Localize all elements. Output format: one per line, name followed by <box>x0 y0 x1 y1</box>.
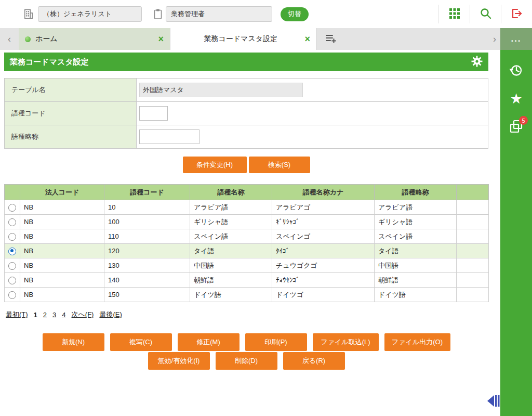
blank-cell <box>457 200 489 215</box>
row-radio[interactable] <box>8 277 16 284</box>
pagination-next[interactable]: 次へ(F) <box>72 310 94 319</box>
row-radio[interactable] <box>8 291 16 299</box>
action-buttons-row2: 無効/有効化(I) 削除(D) 戻る(R) <box>4 352 488 370</box>
enable-disable-button[interactable]: 無効/有効化(I) <box>148 352 210 370</box>
page-title: 業務コードマスタ設定 <box>10 57 89 67</box>
switch-button[interactable]: 切替 <box>281 7 309 21</box>
column-header: 語種コード <box>104 185 190 200</box>
language-code-input[interactable] <box>139 106 168 121</box>
file-import-button[interactable]: ファイル取込(L) <box>313 333 379 351</box>
table-header-row: 法人コード 語種コード 語種名称 語種名称カナ 語種略称 <box>5 185 489 200</box>
page-title-bar: 業務コードマスタ設定 <box>4 53 488 71</box>
tab-home-label: ホーム <box>35 34 58 44</box>
tab-active-label: 業務コードマスタ設定 <box>177 34 304 44</box>
topbar: 切替 <box>0 0 532 28</box>
row-radio[interactable] <box>8 204 16 212</box>
pagination-page-4[interactable]: 4 <box>62 311 65 319</box>
home-tab-icon <box>25 36 31 42</box>
new-tab-icon <box>325 33 337 45</box>
blank-cell <box>457 229 489 244</box>
blank-cell <box>457 273 489 288</box>
close-active-tab-icon[interactable]: × <box>304 34 310 44</box>
history-button[interactable] <box>500 59 532 83</box>
action-buttons-row1: 新規(N) 複写(C) 修正(M) 印刷(P) ファイル取込(L) ファイル出力… <box>4 333 488 351</box>
clipboard-icon <box>153 8 163 20</box>
pagination-page-2[interactable]: 2 <box>43 311 47 319</box>
radio-column-header <box>5 185 20 200</box>
history-icon <box>508 62 525 80</box>
modify-button[interactable]: 修正(M) <box>178 333 240 351</box>
blank-cell <box>457 288 489 302</box>
table-name-label: テーブル名 <box>5 79 137 102</box>
language-abbr-cell <box>137 125 488 149</box>
results-table: 法人コード 語種コード 語種名称 語種名称カナ 語種略称 NB 10 アラビア語… <box>4 184 489 302</box>
table-row[interactable]: NB 150 ドイツ語 ドイツゴ ドイツ語 <box>5 288 489 302</box>
main-content: 業務コードマスタ設定 テーブル名 <box>0 50 500 416</box>
gear-icon <box>471 56 483 69</box>
language-code-label: 語種コード <box>5 102 137 125</box>
back-button[interactable]: 戻る(R) <box>283 352 345 370</box>
row-radio-selected[interactable] <box>8 248 16 255</box>
column-header: 語種名称カナ <box>272 185 375 200</box>
blank-cell <box>457 244 489 258</box>
more-button[interactable]: ... <box>500 28 532 50</box>
search-button[interactable] <box>470 0 501 28</box>
search-exec-button[interactable]: 検索(S) <box>249 157 310 173</box>
search-icon <box>480 7 492 21</box>
tab-scroll-left-button[interactable]: ‹ <box>0 28 19 50</box>
search-condition-form: テーブル名 語種コード 語種略称 <box>4 78 488 149</box>
pagination-last[interactable]: 最後(E) <box>99 310 122 319</box>
table-row[interactable]: NB 130 中国語 チュウゴクゴ 中国語 <box>5 258 489 273</box>
close-home-tab-icon[interactable]: × <box>158 34 164 44</box>
table-name-input <box>139 83 303 97</box>
logout-button[interactable] <box>501 0 532 28</box>
change-condition-button[interactable]: 条件変更(H) <box>183 157 247 173</box>
tab-business-code-master[interactable]: 業務コードマスタ設定 × <box>170 28 317 50</box>
column-header: 法人コード <box>20 185 104 200</box>
blank-cell <box>457 258 489 273</box>
new-button[interactable]: 新規(N) <box>43 333 104 351</box>
settings-gear-button[interactable] <box>471 56 483 69</box>
pagination-page-1-current: 1 <box>34 311 37 319</box>
row-radio[interactable] <box>8 262 16 270</box>
apps-grid-icon <box>449 8 460 21</box>
table-row[interactable]: NB 100 ギリシャ語 ｷﾞﾘｼｬｺﾞ ギリシャ語 <box>5 215 489 229</box>
building-icon <box>23 8 34 20</box>
role-input[interactable] <box>166 6 272 22</box>
company-input[interactable] <box>38 6 142 22</box>
sidebar: ... ★ 5 <box>500 28 532 416</box>
app-screen: 切替 <box>0 0 532 416</box>
table-row[interactable]: NB 140 朝鮮語 ﾁｮｳｾﾝｺﾞ 朝鮮語 <box>5 273 489 288</box>
tab-scroll-right-button[interactable]: › <box>489 28 500 50</box>
form-row: 語種略称 <box>5 125 488 149</box>
form-row: テーブル名 <box>5 79 488 102</box>
copy-button[interactable]: 複写(C) <box>110 333 172 351</box>
new-tab-button[interactable] <box>317 28 345 50</box>
file-export-button[interactable]: ファイル出力(O) <box>384 333 450 351</box>
pagination: 最初(T) 1 2 3 4 次へ(F) 最後(E) <box>6 310 122 319</box>
table-row[interactable]: NB 110 スペイン語 スペインゴ スペイン語 <box>5 229 489 244</box>
collapse-panel-button[interactable] <box>487 395 500 408</box>
blank-cell <box>457 215 489 229</box>
column-header: 語種略称 <box>375 185 457 200</box>
blank-column-header <box>457 185 489 200</box>
print-button[interactable]: 印刷(P) <box>245 333 307 351</box>
table-row-selected[interactable]: NB 120 タイ語 ﾀｲｺﾞ タイ語 <box>5 244 489 258</box>
apps-grid-button[interactable] <box>439 0 470 28</box>
language-abbr-input[interactable] <box>139 129 200 144</box>
row-radio[interactable] <box>8 218 16 226</box>
tab-home[interactable]: ホーム × <box>19 28 170 50</box>
language-code-cell <box>137 102 488 125</box>
pagination-page-3[interactable]: 3 <box>52 311 56 319</box>
star-icon: ★ <box>510 92 522 106</box>
stacked-items-button[interactable]: 5 <box>500 115 532 139</box>
form-row: 語種コード <box>5 102 488 125</box>
row-radio[interactable] <box>8 233 16 241</box>
column-header: 語種名称 <box>190 185 272 200</box>
table-row[interactable]: NB 10 アラビア語 アラビアゴ アラビア語 <box>5 200 489 215</box>
pagination-first[interactable]: 最初(T) <box>6 310 28 319</box>
favorites-button[interactable]: ★ <box>500 87 532 111</box>
notification-badge: 5 <box>519 116 528 125</box>
topbar-right-icons <box>438 0 532 28</box>
delete-button[interactable]: 削除(D) <box>216 352 277 370</box>
